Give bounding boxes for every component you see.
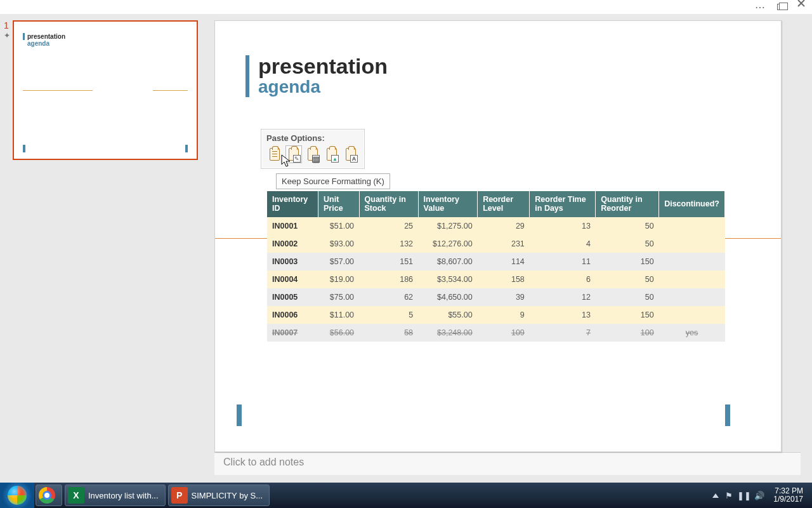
paste-as-picture[interactable]: ▲: [324, 145, 340, 163]
table-cell: $1,275.00: [418, 217, 478, 235]
window-titlebar: ⋯: [0, 0, 812, 14]
tray-volume-icon[interactable]: 🔊: [754, 490, 764, 500]
ribbon-options-icon[interactable]: ⋯: [754, 1, 768, 13]
table-row[interactable]: IN0003$57.00151$8,607.0011411150: [267, 253, 725, 271]
slide-canvas-area: presentation agenda Paste Options: ✎ ▦ ▲…: [208, 14, 812, 483]
table-row[interactable]: IN0006$11.005$55.00913150: [267, 306, 725, 324]
table-header: Unit Price: [318, 191, 360, 217]
table-cell: IN0004: [267, 271, 318, 288]
title-placeholder[interactable]: presentation agenda: [246, 55, 750, 97]
table-cell: 25: [359, 217, 418, 235]
table-cell: 150: [596, 253, 659, 271]
table-header-row: Inventory IDUnit PriceQuantity in StockI…: [267, 191, 725, 217]
table-cell: $8,607.00: [418, 253, 478, 271]
paste-options-popover: Paste Options: ✎ ▦ ▲ A: [261, 129, 365, 169]
table-cell: 114: [478, 253, 530, 271]
table-cell: 13: [530, 217, 596, 235]
table-cell: 50: [596, 235, 659, 253]
taskbar-powerpoint[interactable]: P SIMPLICITY by S...: [168, 485, 270, 506]
notes-placeholder: Click to add notes: [223, 457, 304, 467]
table-cell: 151: [359, 253, 418, 271]
slide-number: 1: [4, 20, 10, 30]
table-cell: 186: [359, 271, 418, 288]
chrome-icon: [39, 487, 55, 504]
table-cell: 50: [596, 288, 659, 306]
table-row[interactable]: IN0005$75.0062$4,650.00391250: [267, 288, 725, 306]
table-cell: 7: [530, 324, 596, 342]
table-cell: $75.00: [318, 288, 360, 306]
table-cell: 231: [478, 235, 530, 253]
table-cell: $11.00: [318, 306, 360, 324]
table-cell: 50: [596, 271, 659, 288]
taskbar-chrome[interactable]: [36, 485, 62, 506]
tray-overflow-icon[interactable]: [712, 493, 719, 498]
table-row[interactable]: IN0001$51.0025$1,275.00291350: [267, 217, 725, 235]
thumb-subtitle: agenda: [23, 40, 188, 47]
table-cell: [659, 306, 725, 324]
table-cell: IN0002: [267, 235, 318, 253]
start-button[interactable]: [0, 483, 34, 508]
taskbar-excel[interactable]: X Inventory list with...: [65, 485, 166, 506]
editor-workspace: 1 ✦ presentation agenda presentation age…: [0, 14, 812, 483]
close-window-button[interactable]: [794, 1, 808, 13]
table-cell: [659, 288, 725, 306]
system-tray: ⚑ ❚❚ 🔊 7:32 PM 1/9/2017: [712, 487, 812, 504]
table-cell: 9: [478, 306, 530, 324]
table-cell: IN0006: [267, 306, 318, 324]
paste-embed[interactable]: ▦: [304, 145, 321, 163]
paste-keep-source-formatting[interactable]: ✎: [285, 145, 302, 163]
table-cell: 39: [478, 288, 530, 306]
table-cell: 58: [359, 324, 418, 342]
inventory-table[interactable]: Inventory IDUnit PriceQuantity in StockI…: [267, 191, 725, 342]
table-cell: IN0003: [267, 253, 318, 271]
table-cell: [659, 217, 725, 235]
table-cell: 6: [530, 271, 596, 288]
paste-option-tooltip: Keep Source Formatting (K): [276, 173, 390, 189]
paste-use-destination-theme[interactable]: [266, 145, 283, 163]
slide-canvas[interactable]: presentation agenda Paste Options: ✎ ▦ ▲…: [214, 20, 782, 452]
table-cell: $3,248.00: [418, 324, 478, 342]
accent-bar-left: [237, 404, 242, 426]
notes-pane[interactable]: Click to add notes: [214, 452, 801, 475]
restore-window-button[interactable]: [774, 1, 788, 13]
slide-thumbnail-1[interactable]: presentation agenda: [13, 20, 198, 160]
table-cell: IN0005: [267, 288, 318, 306]
table-cell: 150: [596, 306, 659, 324]
tray-network-icon[interactable]: ❚❚: [739, 490, 749, 500]
clock-date: 1/9/2017: [773, 495, 803, 504]
table-cell: 62: [359, 288, 418, 306]
table-cell: $93.00: [318, 235, 360, 253]
excel-icon: X: [68, 487, 84, 504]
slide-subtitle: agenda: [258, 77, 750, 97]
table-cell: $55.00: [418, 306, 478, 324]
tray-flag-icon[interactable]: ⚑: [724, 490, 734, 500]
windows-taskbar: X Inventory list with... P SIMPLICITY by…: [0, 483, 812, 508]
paste-options-label: Paste Options:: [266, 133, 359, 143]
table-header: Quantity in Stock: [359, 191, 418, 217]
table-cell: 158: [478, 271, 530, 288]
thumb-title: presentation: [23, 33, 188, 40]
slide-title: presentation: [258, 55, 750, 78]
table-cell: $3,534.00: [418, 271, 478, 288]
taskbar-clock[interactable]: 7:32 PM 1/9/2017: [769, 487, 807, 504]
table-header: Inventory Value: [418, 191, 478, 217]
table-header: Quantity in Reorder: [596, 191, 659, 217]
table-cell: IN0001: [267, 217, 318, 235]
table-header: Discontinued?: [659, 191, 725, 217]
table-cell: 29: [478, 217, 530, 235]
table-cell: $4,650.00: [418, 288, 478, 306]
table-cell: 11: [530, 253, 596, 271]
table-cell: IN0007: [267, 324, 318, 342]
powerpoint-icon: P: [171, 487, 188, 504]
table-cell: $12,276.00: [418, 235, 478, 253]
table-cell: yes: [659, 324, 725, 342]
table-cell: $19.00: [318, 271, 360, 288]
table-cell: [659, 271, 725, 288]
paste-text-only[interactable]: A: [343, 145, 359, 163]
taskbar-excel-label: Inventory list with...: [88, 491, 159, 500]
table-row[interactable]: IN0004$19.00186$3,534.00158650: [267, 271, 725, 288]
table-cell: [659, 235, 725, 253]
table-cell: 13: [530, 306, 596, 324]
table-row[interactable]: IN0002$93.00132$12,276.00231450: [267, 235, 725, 253]
table-row[interactable]: IN0007$56.0058$3,248.001097100yes: [267, 324, 725, 342]
